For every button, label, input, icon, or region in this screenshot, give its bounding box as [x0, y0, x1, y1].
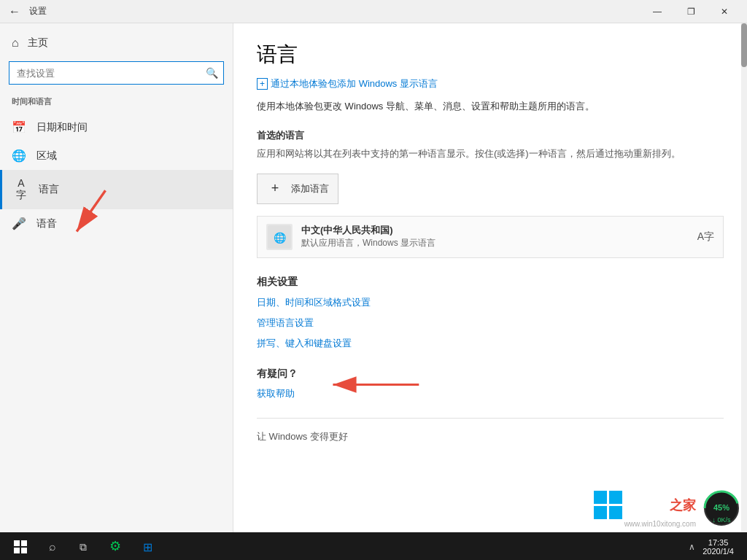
svg-rect-11 [609, 506, 622, 519]
add-display-lang-label: 通过本地体验包添加 Windows 显示语言 [271, 77, 438, 90]
clock-date: 2020/1/4 [703, 547, 734, 556]
task-view-icon: ⧉ [80, 541, 87, 553]
progress-speed: ↓ 0K/s [712, 516, 730, 524]
maximize-button[interactable]: ❐ [674, 0, 708, 23]
content-description: 使用本地体验包更改 Windows 导航、菜单、消息、设置和帮助主题所用的语言。 [257, 99, 724, 114]
add-language-button[interactable]: + 添加语言 [257, 174, 338, 204]
scrollbar-thumb[interactable] [741, 23, 747, 67]
main-area: ⌂ 主页 🔍 时间和语言 📅 日期和时间 🌐 区域 A字 语言 🎤 [0, 23, 747, 532]
settings-taskbar-icon: ⚙ [109, 538, 121, 554]
svg-rect-9 [609, 491, 622, 504]
lang-item-desc: 默认应用语言，Windows 显示语言 [301, 237, 689, 249]
watermark-logo: Win10 之家 [594, 491, 696, 520]
related-link-manage-lang[interactable]: 管理语言设置 [257, 316, 724, 330]
taskbar-task-view[interactable]: ⧉ [67, 532, 99, 560]
question-section: 有疑问？ 获取帮助 [257, 368, 724, 400]
search-input[interactable] [9, 61, 224, 85]
sidebar-item-region-label: 区域 [36, 149, 57, 163]
search-icon: 🔍 [206, 67, 218, 79]
home-icon: ⌂ [12, 36, 19, 50]
svg-rect-10 [594, 506, 607, 519]
content-area: 语言 + 通过本地体验包添加 Windows 显示语言 使用本地体验包更改 Wi… [233, 23, 747, 532]
taskbar-settings-app[interactable]: ⚙ [99, 532, 131, 560]
taskbar-search-button[interactable]: ⌕ [38, 532, 67, 560]
taskbar-search-icon: ⌕ [49, 540, 56, 553]
sidebar-item-datetime[interactable]: 📅 日期和时间 [0, 113, 233, 141]
taskbar-store-icon[interactable]: ⊞ [131, 532, 163, 560]
lang-icon: 🌐 [266, 224, 293, 250]
windows-logo [594, 491, 623, 520]
add-lang-icon: + [257, 78, 268, 90]
improve-section: 让 Windows 变得更好 [257, 418, 724, 443]
preferred-lang-desc: 应用和网站将以其在列表中支持的第一种语言显示。按住(或选择)一种语言，然后通过拖… [257, 147, 724, 162]
sidebar-item-datetime-label: 日期和时间 [36, 121, 88, 134]
svg-rect-8 [594, 491, 607, 504]
watermark-url: www.win10xitong.com [624, 520, 696, 528]
help-link[interactable]: 获取帮助 [257, 388, 295, 399]
sidebar-section-title: 时间和语言 [0, 93, 233, 113]
sidebar-item-speech-label: 语音 [36, 217, 57, 230]
related-link-keyboard[interactable]: 拼写、键入和键盘设置 [257, 337, 724, 350]
taskbar-time[interactable]: 17:35 2020/1/4 [698, 537, 738, 557]
chevron-up-icon[interactable]: ∧ [689, 542, 695, 552]
globe-icon: 🌐 [12, 149, 26, 163]
progress-circle: 45% ↓ 0K/s [702, 489, 741, 528]
calendar-icon: 📅 [12, 120, 26, 134]
sidebar-item-speech[interactable]: 🎤 语音 [0, 209, 233, 238]
plus-icon: + [266, 180, 284, 198]
watermark: Win10 之家 www.win10xitong.com [594, 491, 696, 528]
language-icon: A字 [14, 177, 28, 202]
sidebar-item-language-label: 语言 [39, 183, 59, 196]
windows-start-icon [14, 540, 27, 553]
lang-item-name: 中文(中华人民共和国) [301, 224, 689, 237]
svg-rect-15 [21, 548, 27, 553]
svg-rect-13 [21, 540, 27, 546]
back-button[interactable]: ← [6, 3, 23, 20]
add-lang-label: 添加语言 [291, 182, 329, 195]
preferred-lang-title: 首选的语言 [257, 129, 724, 142]
start-button[interactable] [3, 532, 38, 560]
sidebar-search-container: 🔍 [9, 61, 224, 85]
title-bar: ← 设置 — ❐ ✕ [0, 0, 747, 23]
lang-item-info: 中文(中华人民共和国) 默认应用语言，Windows 显示语言 [301, 224, 689, 249]
watermark-brand: Win10 [627, 498, 666, 513]
add-display-lang-link[interactable]: + 通过本地体验包添加 Windows 显示语言 [257, 77, 724, 90]
related-link-datetime[interactable]: 日期、时间和区域格式设置 [257, 296, 724, 309]
watermark-suffix: 之家 [670, 498, 696, 513]
sidebar-item-language[interactable]: A字 语言 [0, 170, 233, 209]
sidebar-home[interactable]: ⌂ 主页 [0, 29, 233, 57]
mic-icon: 🎤 [12, 217, 26, 230]
svg-text:🌐: 🌐 [274, 232, 287, 244]
window-title: 设置 [29, 5, 47, 18]
sidebar-item-region[interactable]: 🌐 区域 [0, 141, 233, 170]
svg-rect-14 [14, 548, 20, 553]
window-controls: — ❐ ✕ [640, 0, 741, 23]
store-icon: ⊞ [143, 540, 152, 554]
taskbar-right: ∧ 17:35 2020/1/4 [689, 537, 744, 557]
close-button[interactable]: ✕ [708, 0, 741, 23]
sidebar: ⌂ 主页 🔍 时间和语言 📅 日期和时间 🌐 区域 A字 语言 🎤 [0, 23, 233, 532]
language-item-chinese[interactable]: 🌐 中文(中华人民共和国) 默认应用语言，Windows 显示语言 A字 [257, 216, 724, 258]
improve-title: 让 Windows 变得更好 [257, 430, 724, 443]
related-settings-section: 相关设置 日期、时间和区域格式设置 管理语言设置 拼写、键入和键盘设置 [257, 276, 724, 350]
page-title: 语言 [257, 41, 724, 69]
clock-time: 17:35 [703, 538, 734, 547]
lang-item-action-icon[interactable]: A字 [697, 230, 714, 244]
svg-rect-12 [14, 540, 20, 546]
home-label: 主页 [28, 36, 48, 50]
progress-percent: 45% [713, 503, 729, 512]
question-title: 有疑问？ [257, 368, 724, 381]
settings-window: ← 设置 — ❐ ✕ ⌂ 主页 🔍 时间和语言 📅 日期和时间 [0, 0, 747, 532]
related-settings-title: 相关设置 [257, 276, 724, 289]
taskbar: ⌕ ⧉ ⚙ ⊞ ∧ 17:35 2020/1/4 [0, 532, 747, 560]
minimize-button[interactable]: — [640, 0, 674, 23]
